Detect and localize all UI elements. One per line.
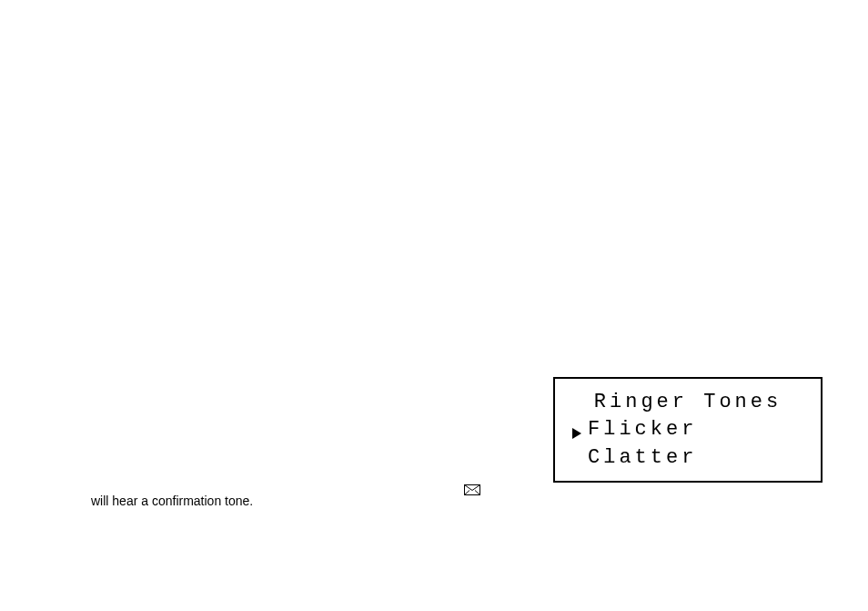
lcd-screen: Ringer Tones Flicker Clatter — [553, 377, 823, 483]
lcd-title: Ringer Tones — [568, 391, 808, 413]
lcd-item-label: Clatter — [588, 446, 697, 469]
envelope-icon — [464, 483, 480, 494]
lcd-item-clatter[interactable]: Clatter — [568, 446, 808, 469]
svg-marker-1 — [572, 428, 581, 439]
confirmation-text: will hear a confirmation tone. — [91, 494, 253, 508]
pointer-right-icon — [571, 423, 582, 436]
lcd-item-flicker[interactable]: Flicker — [568, 418, 808, 441]
lcd-item-label: Flicker — [588, 418, 697, 441]
